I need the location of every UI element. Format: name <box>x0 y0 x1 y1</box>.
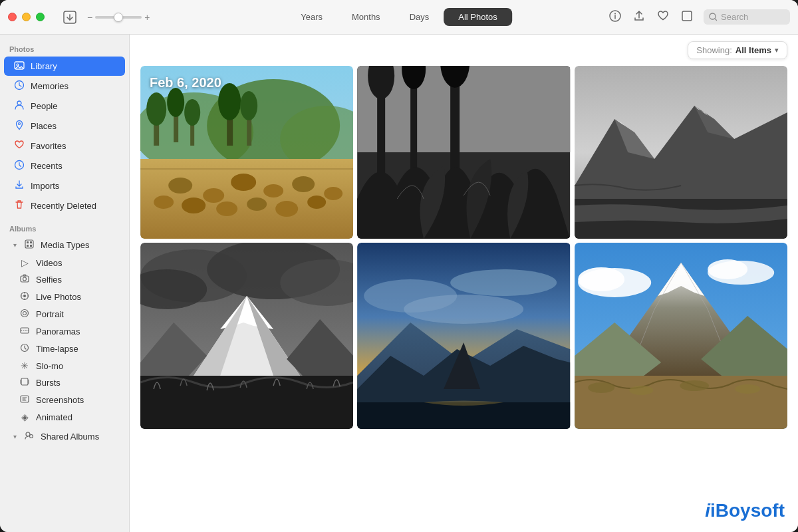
svg-point-51 <box>324 187 342 200</box>
places-icon <box>13 120 25 132</box>
svg-point-36 <box>146 92 166 126</box>
svg-rect-26 <box>21 380 21 384</box>
sidebar-item-memories[interactable]: Memories <box>4 76 125 96</box>
zoom-control: − + <box>87 12 150 23</box>
photo-cell-4[interactable] <box>140 243 353 429</box>
tab-years[interactable]: Years <box>286 8 337 26</box>
albums-section: Albums ▾ Media Types <box>0 221 129 446</box>
sidebar-item-imports[interactable]: Imports <box>4 176 125 196</box>
svg-point-105 <box>629 386 653 395</box>
live-photos-icon <box>19 291 31 303</box>
sidebar-item-selfies[interactable]: Selfies <box>9 271 125 288</box>
svg-point-98 <box>708 259 747 279</box>
sidebar-item-screenshots-label: Screenshots <box>36 395 84 405</box>
sidebar-item-slomo-label: Slo-mo <box>36 361 63 371</box>
svg-point-107 <box>735 384 760 394</box>
svg-point-50 <box>292 176 315 192</box>
svg-point-6 <box>17 64 19 66</box>
sidebar-item-animated[interactable]: ◈ Animated <box>9 409 125 425</box>
search-bar[interactable] <box>704 9 790 25</box>
sidebar-item-timelapse-label: Time-lapse <box>36 344 78 354</box>
svg-point-42 <box>218 83 241 120</box>
photo-cell-2[interactable] <box>357 66 570 239</box>
sidebar-item-shared-albums[interactable]: ▾ Shared Albums <box>4 428 125 446</box>
traffic-lights <box>8 13 45 21</box>
svg-point-9 <box>19 123 21 125</box>
search-input[interactable] <box>721 12 781 22</box>
sidebar-item-timelapse[interactable]: Time-lapse <box>9 340 125 357</box>
media-types-label: Media Types <box>41 240 89 250</box>
sidebar-item-live-photos[interactable]: Live Photos <box>9 289 125 305</box>
zoom-minus-button[interactable]: − <box>87 12 92 23</box>
svg-point-21 <box>21 310 29 317</box>
photo-row-2 <box>140 243 787 429</box>
main-layout: Photos Library M <box>0 35 798 532</box>
svg-point-57 <box>307 196 326 209</box>
sidebar-item-bursts[interactable]: Bursts <box>9 374 125 391</box>
tab-all-photos[interactable]: All Photos <box>444 8 512 26</box>
sidebar-item-people[interactable]: People <box>4 96 125 116</box>
sidebar-item-videos[interactable]: ▷ Videos <box>9 255 125 271</box>
sidebar-item-media-types[interactable]: ▾ Media Types <box>4 236 125 254</box>
zoom-plus-button[interactable]: + <box>144 12 150 23</box>
svg-point-52 <box>154 196 174 209</box>
timelapse-icon <box>19 343 31 354</box>
info-icon[interactable] <box>608 10 622 25</box>
zoom-slider-thumb[interactable] <box>114 13 123 22</box>
tab-days[interactable]: Days <box>395 8 444 26</box>
sidebar-item-slomo[interactable]: ✳ Slo-mo <box>9 358 125 374</box>
minimize-button[interactable] <box>22 13 31 21</box>
titlebar-nav: Years Months Days All Photos <box>286 8 512 26</box>
sidebar-item-live-photos-label: Live Photos <box>36 292 81 302</box>
svg-rect-12 <box>27 241 29 243</box>
photo-grid: Feb 6, 2020 <box>130 66 798 444</box>
svg-point-2 <box>614 13 616 14</box>
svg-point-38 <box>167 88 184 117</box>
sidebar-item-favorites[interactable]: Favorites <box>4 136 125 156</box>
animated-icon: ◈ <box>19 412 31 422</box>
close-button[interactable] <box>8 13 17 21</box>
sidebar-item-videos-label: Videos <box>36 258 63 268</box>
sidebar-item-portrait[interactable]: Portrait <box>9 306 125 323</box>
sidebar-item-recents[interactable]: Recents <box>4 156 125 176</box>
photo-cell-5[interactable] <box>357 243 570 429</box>
sidebar-item-places[interactable]: Places <box>4 116 125 136</box>
svg-point-53 <box>182 198 205 213</box>
import-icon[interactable] <box>61 8 79 27</box>
crop-icon[interactable] <box>680 10 694 25</box>
recently-deleted-icon <box>13 200 25 212</box>
sidebar-item-animated-label: Animated <box>36 412 72 422</box>
titlebar-right <box>608 9 790 25</box>
sidebar-item-imports-label: Imports <box>31 181 59 191</box>
sidebar-item-recently-deleted[interactable]: Recently Deleted <box>4 196 125 215</box>
zoom-slider[interactable] <box>95 16 142 19</box>
svg-point-22 <box>23 312 27 315</box>
sidebar-item-panoramas[interactable]: Panoramas <box>9 323 125 340</box>
selfies-icon <box>19 274 31 285</box>
sidebar-item-library-label: Library <box>31 61 57 71</box>
sidebar-item-library[interactable]: Library <box>4 57 125 76</box>
sidebar-item-screenshots[interactable]: Screenshots <box>9 392 125 408</box>
svg-point-56 <box>275 201 298 217</box>
tab-months[interactable]: Months <box>337 8 395 26</box>
sidebar: Photos Library M <box>0 35 130 532</box>
sidebar-item-recents-label: Recents <box>31 161 63 171</box>
search-icon <box>709 13 718 21</box>
sidebar-item-places-label: Places <box>31 121 57 131</box>
sidebar-item-panoramas-label: Panoramas <box>36 327 80 336</box>
photo-cell-6[interactable] <box>575 243 787 429</box>
photo-cell-3[interactable] <box>575 66 787 239</box>
photo-date-label: Feb 6, 2020 <box>150 75 221 90</box>
svg-rect-27 <box>29 380 29 384</box>
shared-albums-label: Shared Albums <box>41 432 99 442</box>
library-icon <box>13 60 25 72</box>
showing-badge[interactable]: Showing: All Items ▾ <box>688 41 787 59</box>
showing-value: All Items <box>735 45 771 55</box>
heart-icon[interactable] <box>656 10 670 25</box>
share-icon[interactable] <box>632 10 646 25</box>
maximize-button[interactable] <box>36 13 45 21</box>
svg-rect-11 <box>25 240 33 248</box>
photo-cell-1[interactable]: Feb 6, 2020 <box>140 66 353 239</box>
svg-point-55 <box>247 198 267 211</box>
svg-point-106 <box>680 380 709 391</box>
